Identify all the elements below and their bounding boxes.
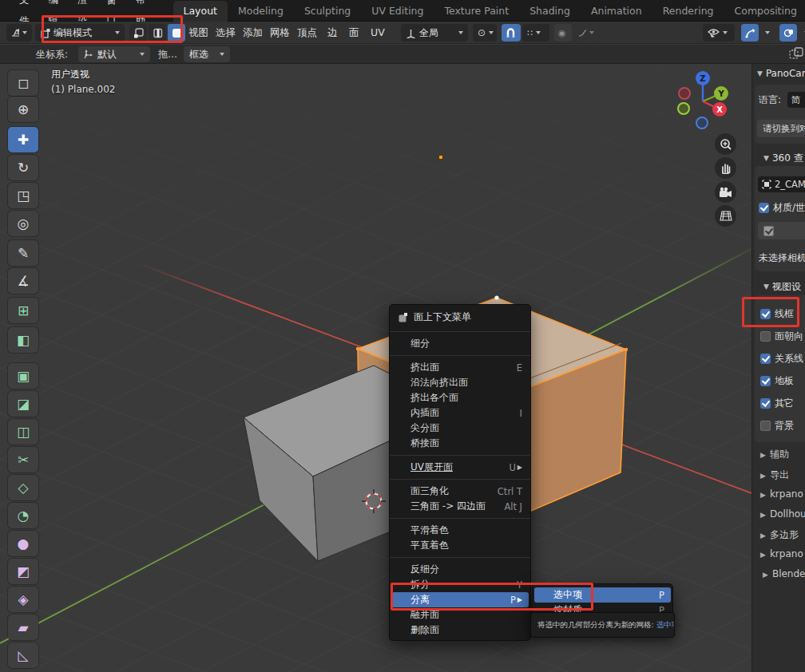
tab-layout[interactable]: Layout	[173, 1, 228, 22]
checkbox-checked-icon[interactable]	[760, 354, 771, 364]
proportional-editing-button[interactable]: ◉	[554, 24, 572, 42]
menu-edge[interactable]: 边	[327, 22, 338, 44]
gizmo-neg-y-axis[interactable]	[677, 102, 690, 115]
menu-item-triangulate[interactable]: 面三角化Ctrl T	[390, 484, 530, 499]
menu-item-extrude-individual[interactable]: 挤出各个面	[390, 390, 530, 405]
toggle-face-orientation[interactable]: 面朝向	[760, 330, 803, 343]
checkbox-unchecked-icon[interactable]	[760, 421, 771, 431]
checkbox-checked-icon[interactable]	[760, 376, 771, 386]
pan-view-button[interactable]	[715, 157, 736, 179]
extrude-region-tool[interactable]: ◧	[8, 327, 38, 353]
menu-item-unsubdivide[interactable]: 反细分	[390, 562, 530, 577]
sidebar-section-panocam[interactable]: ▼PanoCama	[757, 68, 805, 79]
camera-view-button[interactable]	[715, 181, 736, 203]
checkbox-checked-icon[interactable]	[759, 203, 769, 213]
editor-type-dropdown[interactable]	[6, 24, 32, 42]
checkbox-checked-icon[interactable]	[760, 398, 771, 409]
snap-toggle-button[interactable]	[502, 24, 521, 42]
show-overlays-dropdown[interactable]	[799, 24, 805, 42]
menu-item-inset-faces[interactable]: 内插面I	[390, 405, 530, 421]
language-dropdown[interactable]: 简	[787, 92, 805, 108]
checkbox-checked-icon[interactable]	[760, 309, 771, 319]
zoom-view-button[interactable]	[715, 133, 736, 155]
menu-add[interactable]: 添加	[243, 22, 263, 44]
tab-shading[interactable]: Shading	[519, 1, 581, 22]
show-gizmo-dropdown[interactable]	[760, 24, 775, 42]
section-export[interactable]: ▶导出	[760, 468, 789, 482]
rip-region-tool[interactable]: ◺	[8, 642, 38, 668]
tab-animation[interactable]: Animation	[581, 1, 652, 22]
menu-mesh[interactable]: 网格	[270, 22, 290, 44]
transform-tool[interactable]: ◎	[8, 211, 38, 236]
select-box-dropdown[interactable]: 框选	[184, 46, 230, 62]
tab-sculpting[interactable]: Sculpting	[294, 1, 361, 22]
poly-build-tool[interactable]: ◇	[8, 475, 38, 500]
menu-item-separate[interactable]: 分离P▶	[391, 592, 529, 607]
rotate-tool[interactable]: ↻	[8, 155, 38, 180]
orthographic-toggle-button[interactable]	[715, 205, 736, 227]
face-select-button[interactable]	[168, 24, 185, 42]
menu-item-dissolve-faces[interactable]: 融并面	[390, 607, 530, 623]
camera-object-field[interactable]: 2_CAM	[758, 176, 805, 192]
spin-tool[interactable]: ◔	[8, 503, 38, 528]
gizmo-neg-z-axis[interactable]	[696, 117, 708, 129]
gizmo-y-axis[interactable]: Y	[714, 86, 728, 101]
vertex-select-button[interactable]	[129, 24, 147, 42]
menu-item-poke-faces[interactable]: 尖分面	[390, 421, 530, 436]
menu-item-tris-to-quads[interactable]: 三角面 -> 四边面Alt J	[390, 499, 530, 514]
xray-toggle-icon-partial[interactable]	[789, 47, 805, 61]
menu-item-shade-flat[interactable]: 平直着色	[390, 538, 530, 553]
menu-item-uv-unwrap[interactable]: UV展开面U▶	[390, 460, 530, 475]
menu-item-extrude-faces[interactable]: 挤出面E	[390, 360, 530, 375]
gizmo-x-axis[interactable]: X	[712, 102, 727, 117]
toggle-wireframe[interactable]: 线框	[760, 307, 794, 321]
checkbox-gray-checked-icon[interactable]	[763, 226, 774, 236]
shear-tool[interactable]: ▰	[8, 615, 38, 640]
cursor-tool[interactable]: ⊕	[8, 97, 38, 122]
sidebar-section-view-settings[interactable]: ▼视图设	[763, 280, 801, 294]
bevel-tool[interactable]: ◪	[8, 391, 38, 417]
move-tool[interactable]: ✚	[8, 127, 38, 152]
menu-view[interactable]: 视图	[188, 22, 208, 44]
section-assist[interactable]: ▶辅助	[760, 448, 789, 461]
section-dollhouse[interactable]: ▶Dollhou	[760, 508, 805, 520]
mode-dropdown[interactable]: 编辑模式	[35, 24, 125, 42]
menu-item-split[interactable]: 拆分Y	[390, 577, 530, 592]
inset-faces-tool[interactable]: ▣	[8, 363, 38, 389]
toggle-relationship-lines[interactable]: 关系线	[760, 352, 803, 366]
sidebar-section-360[interactable]: ▼360 查	[763, 152, 803, 165]
transform-orientation-dropdown[interactable]: 全局	[401, 24, 468, 42]
active-vertex[interactable]	[494, 295, 498, 299]
menu-vertex[interactable]: 顶点	[297, 22, 317, 44]
default-orientation-dropdown[interactable]: 默认	[78, 46, 150, 62]
section-krpano-1[interactable]: ▶krpano	[760, 488, 803, 500]
checkbox-unchecked-icon[interactable]	[760, 331, 771, 342]
section-polygon[interactable]: ▶多边形	[760, 528, 799, 542]
tab-compositing[interactable]: Compositing	[724, 1, 805, 22]
shrink-fatten-tool[interactable]: ◈	[8, 587, 38, 612]
tab-texture-paint[interactable]: Texture Paint	[434, 1, 519, 22]
menu-select[interactable]: 选择	[216, 22, 236, 44]
smooth-tool[interactable]: ●	[8, 531, 38, 556]
show-object-types-dropdown[interactable]	[703, 24, 735, 42]
scale-tool[interactable]: ◳	[8, 183, 38, 208]
menu-item-bridge-faces[interactable]: 桥接面	[390, 436, 530, 451]
material-world-row[interactable]: 材质/世界	[759, 201, 805, 215]
gizmo-neg-x-axis[interactable]	[678, 87, 691, 100]
section-krpano-2[interactable]: ▶krpano	[760, 548, 803, 559]
tweak-select-tool[interactable]: ◻	[8, 70, 38, 96]
show-gizmo-button[interactable]	[741, 24, 759, 42]
tab-uv-editing[interactable]: UV Editing	[361, 1, 434, 22]
edge-select-button[interactable]	[149, 24, 166, 42]
edge-slide-tool[interactable]: ◩	[8, 559, 38, 584]
menu-item-shade-smooth[interactable]: 平滑着色	[390, 523, 530, 538]
section-blender[interactable]: ▶Blende	[763, 568, 805, 579]
menu-item-subdivide[interactable]: 细分	[390, 336, 530, 351]
pivot-point-dropdown[interactable]: ⊙	[473, 24, 497, 42]
viewport-3d[interactable]	[0, 64, 751, 672]
annotate-tool[interactable]: ✎	[8, 240, 38, 266]
tab-rendering[interactable]: Rendering	[652, 1, 724, 22]
toggle-other[interactable]: 其它	[760, 397, 794, 410]
menu-item-extrude-along-normals[interactable]: 沿法向挤出面	[390, 375, 530, 390]
menu-item-delete-faces[interactable]: 删除面	[390, 623, 530, 638]
